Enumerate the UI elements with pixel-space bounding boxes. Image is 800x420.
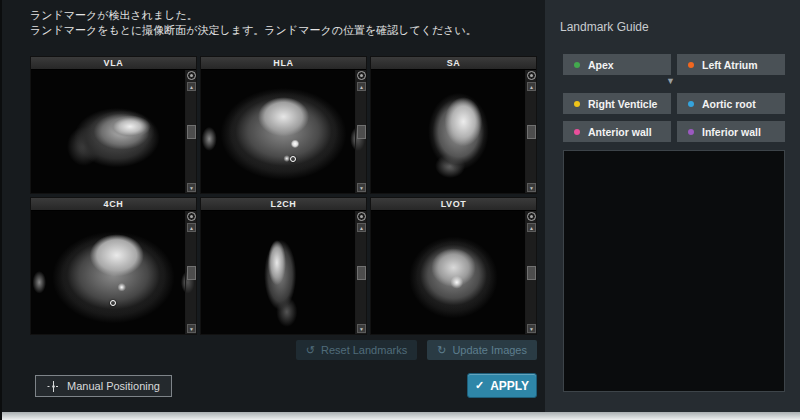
- legend-item-aortic-root[interactable]: Aortic root: [677, 93, 785, 114]
- manual-positioning-button[interactable]: Manual Positioning: [35, 375, 172, 397]
- scroll-down-icon[interactable]: ▼: [357, 183, 366, 192]
- slice-scrollbar-l2ch[interactable]: ▲ ▼: [355, 211, 366, 334]
- legend-label-inferior-wall: Inferior wall: [702, 126, 761, 138]
- viewport-title-4ch: 4CH: [31, 198, 196, 211]
- scrollbar-thumb[interactable]: [187, 266, 196, 280]
- scrollbar-thumb[interactable]: [357, 266, 366, 280]
- legend-label-right-venticle: Right Venticle: [588, 98, 657, 110]
- magnifier-icon[interactable]: [187, 212, 196, 221]
- viewport-panel-vla: VLA ▲ ▼: [30, 56, 197, 194]
- window-bottom-edge: [0, 412, 800, 420]
- update-images-button[interactable]: ↻ Update Images: [427, 340, 537, 360]
- viewport-title-lvot: LVOT: [371, 198, 536, 211]
- legend-label-anterior-wall: Anterior wall: [588, 126, 652, 138]
- legend-item-inferior-wall[interactable]: Inferior wall: [677, 121, 785, 142]
- viewport-image-vla[interactable]: ▲ ▼: [31, 70, 196, 193]
- legend-dot-anterior-wall: [574, 129, 580, 135]
- legend-item-left-atrium[interactable]: Left Atrium: [677, 54, 785, 75]
- update-images-label: Update Images: [452, 344, 527, 356]
- scroll-down-icon[interactable]: ▼: [187, 324, 196, 333]
- viewport-image-hla[interactable]: ▲ ▼: [201, 70, 366, 193]
- mri-image-lvot: [371, 211, 536, 334]
- mri-image-sa: [371, 70, 536, 193]
- landmark-guide-title: Landmark Guide: [560, 20, 649, 34]
- crosshair-icon: [47, 380, 60, 393]
- scroll-up-icon[interactable]: ▲: [527, 82, 536, 91]
- mri-image-vla: [31, 70, 196, 193]
- legend-item-right-venticle[interactable]: Right Venticle: [563, 93, 671, 114]
- apply-label: APPLY: [490, 379, 529, 393]
- scroll-down-icon[interactable]: ▼: [357, 324, 366, 333]
- viewport-image-lvot[interactable]: ▲ ▼: [371, 211, 536, 334]
- slice-scrollbar-4ch[interactable]: ▲ ▼: [185, 211, 196, 334]
- scroll-up-icon[interactable]: ▲: [527, 223, 536, 232]
- refresh-icon: ↻: [437, 344, 446, 357]
- mri-image-4ch: [31, 211, 196, 334]
- legend-label-left-atrium: Left Atrium: [702, 59, 758, 71]
- notification-line-1: ランドマークが検出されました。: [30, 8, 477, 23]
- apply-button[interactable]: ✓ APPLY: [467, 373, 537, 398]
- slice-scrollbar-hla[interactable]: ▲ ▼: [355, 70, 366, 193]
- viewport-grid: VLA ▲ ▼ HLA ▲ ▼: [30, 56, 537, 335]
- mri-image-hla: [201, 70, 366, 193]
- magnifier-icon[interactable]: [357, 212, 366, 221]
- magnifier-icon[interactable]: [357, 71, 366, 80]
- reset-landmarks-button[interactable]: ↺ Reset Landmarks: [296, 340, 417, 360]
- check-icon: ✓: [475, 379, 484, 392]
- scrollbar-thumb[interactable]: [527, 266, 536, 280]
- magnifier-icon[interactable]: [527, 71, 536, 80]
- manual-positioning-label: Manual Positioning: [67, 380, 160, 392]
- scroll-up-icon[interactable]: ▲: [357, 82, 366, 91]
- mri-image-l2ch: [201, 211, 366, 334]
- viewport-panel-sa: SA ▲ ▼: [370, 56, 537, 194]
- slice-scrollbar-sa[interactable]: ▲ ▼: [525, 70, 536, 193]
- legend-item-anterior-wall[interactable]: Anterior wall: [563, 121, 671, 142]
- scrollbar-thumb[interactable]: [357, 125, 366, 139]
- legend-dot-inferior-wall: [688, 129, 694, 135]
- landmark-guide-panel: Landmark Guide Apex Left Atrium ▼ Right …: [545, 0, 800, 412]
- scroll-up-icon[interactable]: ▲: [187, 223, 196, 232]
- scroll-up-icon[interactable]: ▲: [357, 223, 366, 232]
- magnifier-icon[interactable]: [187, 71, 196, 80]
- scrollbar-thumb[interactable]: [527, 125, 536, 139]
- viewport-title-hla: HLA: [201, 57, 366, 70]
- slice-scrollbar-vla[interactable]: ▲ ▼: [185, 70, 196, 193]
- scroll-down-icon[interactable]: ▼: [187, 183, 196, 192]
- undo-icon: ↺: [306, 344, 315, 357]
- landmark-detection-screen: ランドマークが検出されました。 ランドマークをもとに撮像断面が決定します。ランド…: [0, 0, 800, 420]
- viewport-title-vla: VLA: [31, 57, 196, 70]
- notification-line-2: ランドマークをもとに撮像断面が決定します。ランドマークの位置を確認してください。: [30, 23, 477, 38]
- legend-dot-left-atrium: [688, 62, 694, 68]
- viewport-actions: ↺ Reset Landmarks ↻ Update Images: [30, 340, 537, 360]
- viewport-panel-4ch: 4CH ▲ ▼: [30, 197, 197, 335]
- guide-preview-area: [563, 150, 785, 392]
- scrollbar-thumb[interactable]: [187, 125, 196, 139]
- notification-message: ランドマークが検出されました。 ランドマークをもとに撮像断面が決定します。ランド…: [30, 8, 477, 38]
- viewport-panel-hla: HLA ▲ ▼: [200, 56, 367, 194]
- legend-dot-aortic-root: [688, 101, 694, 107]
- scroll-down-icon[interactable]: ▼: [527, 183, 536, 192]
- scroll-up-icon[interactable]: ▲: [187, 82, 196, 91]
- viewport-image-4ch[interactable]: ▲ ▼: [31, 211, 196, 334]
- legend-dot-apex: [574, 62, 580, 68]
- viewport-title-l2ch: L2CH: [201, 198, 366, 211]
- window-left-edge: [0, 0, 2, 420]
- viewport-image-l2ch[interactable]: ▲ ▼: [201, 211, 366, 334]
- legend-item-apex[interactable]: Apex: [563, 54, 671, 75]
- viewport-image-sa[interactable]: ▲ ▼: [371, 70, 536, 193]
- viewport-panel-l2ch: L2CH ▲ ▼: [200, 197, 367, 335]
- reset-landmarks-label: Reset Landmarks: [321, 344, 407, 356]
- viewport-panel-lvot: LVOT ▲ ▼: [370, 197, 537, 335]
- landmark-marker[interactable]: [110, 300, 116, 306]
- chevron-down-icon: ▼: [666, 76, 675, 86]
- viewport-title-sa: SA: [371, 57, 536, 70]
- slice-scrollbar-lvot[interactable]: ▲ ▼: [525, 211, 536, 334]
- scroll-down-icon[interactable]: ▼: [527, 324, 536, 333]
- legend-dot-right-venticle: [574, 101, 580, 107]
- legend-label-aortic-root: Aortic root: [702, 98, 756, 110]
- legend-label-apex: Apex: [588, 59, 614, 71]
- magnifier-icon[interactable]: [527, 212, 536, 221]
